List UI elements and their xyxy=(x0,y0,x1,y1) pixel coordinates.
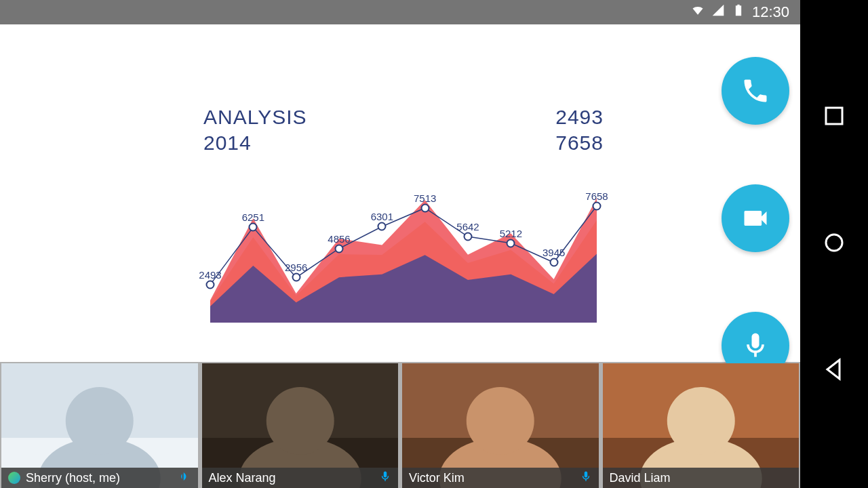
chart-subtitle: 2014 xyxy=(203,130,307,156)
android-nav-bar xyxy=(800,0,868,488)
participant-tile[interactable]: Victor Kim xyxy=(402,363,599,488)
mic-on-icon xyxy=(379,470,391,486)
mic-icon xyxy=(741,331,770,361)
chart-point xyxy=(206,280,215,289)
chart-point-label: 5642 xyxy=(456,221,479,232)
chart-point-label: 5212 xyxy=(500,228,522,239)
participant-name: David Liam xyxy=(610,471,671,485)
chart-point xyxy=(335,244,344,253)
speaking-icon xyxy=(179,470,191,486)
chart-point-label: 4856 xyxy=(328,233,350,245)
wifi-icon xyxy=(691,3,705,21)
clock-text: 12:30 xyxy=(752,3,789,21)
chart-point-label: 2493 xyxy=(199,269,221,281)
chart-point xyxy=(507,239,515,247)
svg-point-17 xyxy=(826,235,842,251)
participant-name: Victor Kim xyxy=(409,471,465,485)
participant-tile[interactable]: Sherry (host, me) xyxy=(1,363,198,488)
svg-point-15 xyxy=(667,387,734,455)
chart-point-label: 7658 xyxy=(585,190,608,202)
participant-name-bar: David Liam xyxy=(603,468,800,488)
chart-point xyxy=(378,222,387,231)
battery-icon xyxy=(732,3,745,21)
chart-point xyxy=(249,223,258,232)
svg-point-7 xyxy=(266,387,334,455)
signal-icon xyxy=(711,3,725,21)
chart-point-label: 6251 xyxy=(242,211,264,223)
chart-point-label: 6301 xyxy=(371,211,393,222)
participant-tile[interactable]: David Liam xyxy=(603,363,800,488)
chart-point-label: 7513 xyxy=(414,192,436,204)
participant-tile[interactable]: Alex Narang xyxy=(202,363,399,488)
chart-point xyxy=(464,232,473,241)
back-button[interactable] xyxy=(822,357,846,384)
participant-name-bar: Victor Kim xyxy=(402,468,599,488)
analysis-chart: 2493625129564856630175135642521239457658 xyxy=(203,180,604,323)
presence-icon xyxy=(8,472,20,484)
chart-point-label: 3945 xyxy=(542,247,565,258)
chart-point-label: 2956 xyxy=(285,262,307,273)
chart-point xyxy=(549,258,558,267)
video-icon xyxy=(741,203,770,233)
phone-icon xyxy=(741,76,770,106)
svg-rect-16 xyxy=(826,108,842,124)
status-bar: 12:30 xyxy=(0,0,800,24)
chart-point xyxy=(292,273,300,282)
headline-value-bottom: 7658 xyxy=(555,130,604,156)
participant-strip: Sherry (host, me)Alex NarangVictor KimDa… xyxy=(0,362,800,488)
svg-point-3 xyxy=(66,387,134,455)
chart-point xyxy=(593,201,601,210)
shared-screen: ANALYSIS 2014 2493 7658 2493625129564856… xyxy=(0,24,800,362)
participant-name-bar: Alex Narang xyxy=(202,468,399,488)
phone-button[interactable] xyxy=(722,57,789,125)
svg-point-11 xyxy=(467,387,534,455)
video-button[interactable] xyxy=(722,184,789,252)
recents-button[interactable] xyxy=(822,104,846,131)
headline-value-top: 2493 xyxy=(555,104,604,130)
chart-title: ANALYSIS xyxy=(203,104,307,130)
participant-name: Alex Narang xyxy=(209,471,276,485)
home-button[interactable] xyxy=(822,230,846,258)
mic-on-icon xyxy=(580,470,592,486)
participant-name: Sherry (host, me) xyxy=(26,471,120,485)
participant-name-bar: Sherry (host, me) xyxy=(1,468,198,488)
chart-point xyxy=(420,203,429,212)
